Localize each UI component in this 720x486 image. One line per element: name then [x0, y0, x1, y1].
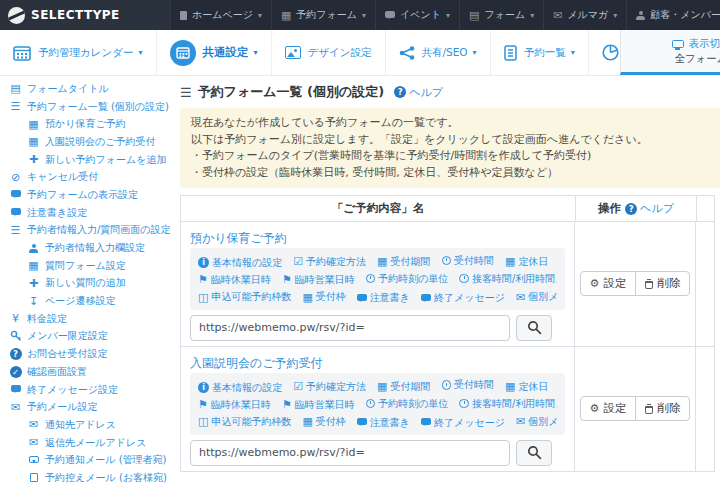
setting-link[interactable]: 注意書き [357, 290, 410, 306]
info-line: 以下は予約フォーム別に設定します。「設定」をクリックして設定画面へ進んでください… [191, 132, 712, 149]
sidebar-item-9[interactable]: 予約者情報入力欄設定 [0, 239, 170, 257]
setting-link[interactable]: ⚑臨時休業日時 [198, 272, 271, 288]
toolbar-item-4[interactable]: 予約一覧▾ [491, 30, 589, 75]
setting-link[interactable]: 予約時刻の単位 [366, 396, 449, 412]
sidebar-item-20[interactable]: ✉返信先メールアドレス [0, 434, 170, 452]
setting-link[interactable]: ⚑臨時休業日時 [198, 397, 271, 413]
sidebar-item-3[interactable]: ▦入園説明会のご予約受付 [0, 133, 170, 151]
column-header-extra [697, 196, 714, 221]
topbar: SELECTTYPE ホームページ▾▦予約フォーム▾イベント▾▤フォーム▾✉メル… [0, 0, 720, 30]
preview-search-button[interactable] [516, 315, 552, 341]
setting-link[interactable]: ▦受付期間 [377, 379, 430, 395]
sidebar-item-6[interactable]: 予約フォームの表示設定 [0, 186, 170, 204]
setting-link[interactable]: 終了メッセージ [421, 290, 505, 306]
form-name-link[interactable]: 入園説明会のご予約受付 [190, 356, 323, 371]
setting-link[interactable]: 注意書き [357, 415, 410, 431]
gear-icon: ⚙ [590, 278, 600, 289]
page-icon [180, 11, 187, 20]
setting-link[interactable]: ✉個別メール設定 [516, 414, 557, 430]
clock-icon [442, 256, 452, 266]
sidebar-item-17[interactable]: 終了メッセージ設定 [0, 381, 170, 399]
mail-outline-icon: ✉ [27, 437, 40, 448]
topnav-item-4[interactable]: ✉メルマガ▾ [543, 0, 626, 30]
setting-link[interactable]: ◫申込可能予約枠数 [198, 414, 291, 430]
sidebar-item-12[interactable]: ↧ページ遷移設定 [0, 292, 170, 310]
sidebar-item-2[interactable]: ▦預かり保育ご予約 [0, 115, 170, 133]
magnifier-icon [527, 445, 542, 460]
sidebar-item-16[interactable]: ✓確認画面設置 [0, 363, 170, 381]
setting-link[interactable]: ◫申込可能予約枠数 [198, 289, 291, 305]
setting-link[interactable]: 予約時刻の単位 [366, 271, 449, 287]
topnav-item-5[interactable]: 顧客・メンバー▾ [626, 0, 720, 30]
sidebar-item-21[interactable]: 予約通知メール (管理者宛) [0, 451, 170, 469]
setting-link[interactable]: ▦定休日 [505, 254, 548, 270]
topnav-item-0[interactable]: ホームページ▾ [170, 0, 271, 30]
setting-link[interactable]: 受付時間 [442, 253, 495, 269]
setting-link[interactable]: ☑予約確定方法 [293, 254, 366, 270]
setting-link[interactable]: 接客時間/利用時間メニュー [459, 271, 557, 287]
book-icon: ▤ [9, 83, 22, 94]
setting-link[interactable]: ▦受付枠 [302, 289, 345, 305]
delete-button[interactable]: 削除 [635, 396, 690, 421]
form-name-link[interactable]: 預かり保育ご予約 [190, 231, 287, 246]
ticket-icon: ◫ [198, 416, 208, 427]
setting-link[interactable]: ▦受付枠 [302, 414, 345, 430]
setting-link[interactable]: ▦定休日 [505, 379, 548, 395]
sidebar-item-1[interactable]: ☰予約フォーム一覧 (個別の設定) [0, 98, 170, 116]
setting-link[interactable]: 接客時間/利用時間メニュー [459, 396, 557, 412]
main-content: ☰ 予約フォーム一覧 (個別の設定) ?ヘルプ 現在あなたが作成している予約フォ… [170, 76, 720, 486]
setting-link[interactable]: ▦受付期間 [377, 254, 430, 270]
clock-icon [366, 274, 376, 284]
sidebar-item-19[interactable]: ✉通知先アドレス [0, 416, 170, 434]
form-url-input[interactable] [190, 440, 510, 466]
settings-button[interactable]: ⚙設定 [580, 396, 637, 421]
question-circle-icon: ? [625, 203, 637, 215]
help-link[interactable]: ?ヘルプ [625, 201, 674, 216]
toolbar-item-3[interactable]: 共有/SEO▾ [386, 30, 491, 75]
setting-link[interactable]: i基本情報の設定 [198, 255, 282, 271]
sidebar-item-15[interactable]: ?お問合せ受付設定 [0, 345, 170, 363]
app-logo[interactable]: SELECTTYPE [0, 0, 170, 30]
bubble-icon [421, 296, 431, 301]
setting-link[interactable]: ⚑臨時営業日時 [282, 272, 355, 288]
setting-link[interactable]: i基本情報の設定 [198, 380, 282, 396]
pie-icon [602, 44, 619, 61]
sidebar-item-14[interactable]: メンバー限定設定 [0, 328, 170, 346]
trash-icon [645, 281, 653, 289]
setting-link[interactable]: ✉個別メール設定 [516, 289, 557, 305]
sidebar-item-10[interactable]: ▦質問フォーム設定 [0, 257, 170, 275]
view-switch-tab[interactable]: 表示切替 全フォーム [620, 30, 720, 75]
calendar-icon: ▦ [302, 292, 312, 303]
toolbar-item-0[interactable]: 予約管理カレンダー▾ [0, 30, 157, 75]
setting-link[interactable]: ⚑臨時営業日時 [282, 397, 355, 413]
sidebar-item-4[interactable]: ✚新しい予約フォームを追加 [0, 151, 170, 169]
delete-button[interactable]: 削除 [635, 271, 690, 296]
sidebar-item-0[interactable]: ▤フォームタイトル [0, 80, 170, 98]
setting-link[interactable]: 終了メッセージ [421, 415, 505, 431]
sidebar-item-22[interactable]: 予約控えメール (お客様宛) [0, 469, 170, 486]
sidebar-item-13[interactable]: ¥料金設定 [0, 310, 170, 328]
bubble-outline-icon [27, 458, 40, 463]
settings-button[interactable]: ⚙設定 [580, 271, 637, 296]
toolbar-item-1[interactable]: 共通設定▾ [157, 30, 272, 75]
setting-link[interactable]: ☑予約確定方法 [293, 379, 366, 395]
topnav-item-2[interactable]: イベント▾ [375, 0, 459, 30]
info-line: 現在あなたが作成している予約フォームの一覧です。 [191, 115, 712, 132]
help-link[interactable]: ?ヘルプ [394, 85, 443, 100]
sidebar-item-18[interactable]: ✉予約メール設定 [0, 398, 170, 416]
preview-search-button[interactable] [516, 440, 552, 466]
sidebar-item-7[interactable]: 注意書き設定 [0, 204, 170, 222]
sidebar-item-5[interactable]: ⊘キャンセル受付 [0, 168, 170, 186]
form-url-input[interactable] [190, 315, 510, 341]
topnav-item-3[interactable]: ▤フォーム▾ [459, 0, 543, 30]
setting-link[interactable]: 受付時間 [442, 377, 495, 393]
calendar-icon: ▦ [27, 136, 40, 147]
sidebar-item-8[interactable]: ☰予約者情報入力/質問画面の設定 [0, 222, 170, 240]
calendar-icon: ▦ [377, 256, 387, 267]
sidebar-item-11[interactable]: ✚新しい質問の追加 [0, 275, 170, 293]
bubble-icon [9, 192, 22, 197]
form-cell: 入園説明会のご予約受付 i基本情報の設定☑予約確定方法▦受付期間受付時間▦定休日… [181, 347, 575, 471]
toolbar-item-2[interactable]: デザイン設定 [272, 30, 386, 75]
info-circle-icon: i [198, 257, 209, 268]
topnav-item-1[interactable]: ▦予約フォーム▾ [271, 0, 375, 30]
